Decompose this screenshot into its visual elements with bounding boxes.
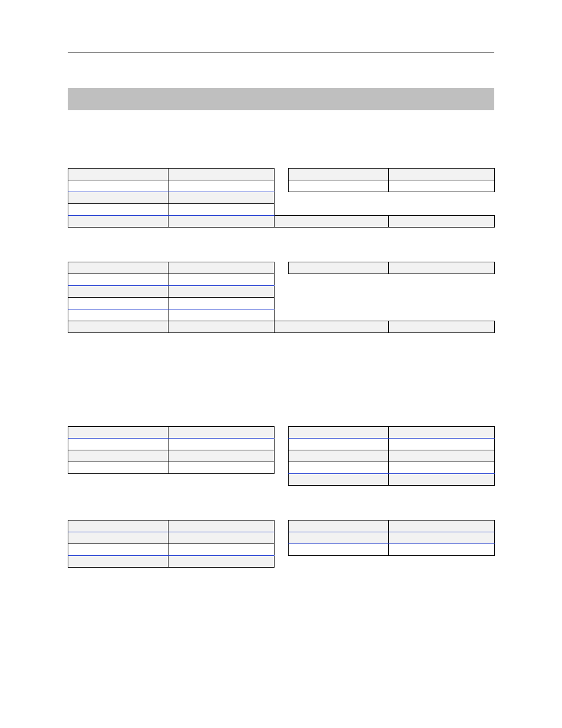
- cell: [168, 298, 275, 309]
- cell: [168, 204, 275, 216]
- cell: [289, 474, 389, 486]
- block2-left-table: [68, 262, 275, 321]
- cell: [68, 286, 168, 298]
- group-header: [68, 412, 274, 425]
- table-row: [68, 556, 275, 568]
- cell: [168, 321, 275, 333]
- cell: [389, 462, 495, 474]
- cell: [389, 169, 495, 180]
- cell: [389, 321, 495, 333]
- section-bar: [68, 88, 494, 110]
- document-page: [0, 0, 562, 603]
- cell: [389, 439, 495, 450]
- table-row: [289, 474, 495, 486]
- cell: [168, 274, 275, 286]
- table-row: [289, 462, 495, 474]
- cell: [168, 309, 275, 321]
- table-header-row: [68, 169, 275, 180]
- cell: [289, 262, 389, 274]
- table-row: [68, 532, 275, 544]
- cell: [389, 427, 495, 439]
- cell: [389, 262, 495, 274]
- cell: [68, 556, 168, 568]
- subsection-header: [68, 127, 494, 150]
- cell: [68, 169, 168, 180]
- cell: [289, 532, 389, 544]
- table-header-row: [68, 521, 275, 532]
- cell: [68, 521, 168, 532]
- block2-bottom-row: [68, 321, 495, 333]
- cell: [275, 321, 389, 333]
- block4-left-table: [68, 520, 275, 568]
- cell: [68, 216, 168, 228]
- cell: [168, 521, 275, 532]
- cell: [168, 169, 275, 180]
- table-row: [68, 544, 275, 556]
- block1-tables: [68, 168, 494, 216]
- group-header: [68, 154, 274, 167]
- block1-right-table: [288, 168, 495, 192]
- table-row: [68, 450, 275, 462]
- cell: [68, 192, 168, 204]
- cell: [68, 439, 168, 450]
- cell: [68, 544, 168, 556]
- cell: [389, 474, 495, 486]
- cell: [168, 556, 275, 568]
- cell: [389, 521, 495, 532]
- cell: [289, 439, 389, 450]
- table-row: [68, 204, 275, 216]
- table-row: [68, 216, 495, 228]
- table-header-row: [68, 427, 275, 439]
- table-header-row: [289, 262, 495, 274]
- cell: [68, 309, 168, 321]
- table-row: [68, 274, 275, 286]
- cell: [168, 262, 275, 274]
- cell: [389, 532, 495, 544]
- block2-right-table: [288, 262, 495, 274]
- cell: [289, 180, 389, 192]
- group-header: [68, 506, 274, 519]
- group-header: [68, 248, 274, 261]
- cell: [68, 450, 168, 462]
- block4-tables: [68, 520, 494, 568]
- table-row: [289, 450, 495, 462]
- cell: [389, 180, 495, 192]
- table-row: [68, 192, 275, 204]
- block3-right-table: [288, 426, 495, 486]
- cell: [389, 216, 495, 228]
- table-row: [68, 321, 495, 333]
- block1-left-table: [68, 168, 275, 216]
- cell: [289, 521, 389, 532]
- cell: [168, 544, 275, 556]
- table-header-row: [289, 169, 495, 180]
- table-header-row: [68, 262, 275, 274]
- cell: [275, 216, 389, 228]
- cell: [168, 450, 275, 462]
- table-row: [289, 532, 495, 544]
- cell: [168, 427, 275, 439]
- cell: [68, 427, 168, 439]
- cell: [289, 450, 389, 462]
- block3-tables: [68, 426, 494, 486]
- cell: [289, 462, 389, 474]
- subsection-header: [68, 385, 494, 409]
- cell: [68, 262, 168, 274]
- cell: [68, 532, 168, 544]
- table-row: [68, 180, 275, 192]
- cell: [168, 462, 275, 474]
- cell: [68, 204, 168, 216]
- table-row: [289, 439, 495, 450]
- cell: [168, 439, 275, 450]
- table-row: [68, 439, 275, 450]
- cell: [168, 180, 275, 192]
- table-header-row: [289, 427, 495, 439]
- cell: [289, 544, 389, 556]
- cell: [289, 427, 389, 439]
- block1-bottom-row: [68, 215, 495, 228]
- table-header-row: [289, 521, 495, 532]
- cell: [168, 286, 275, 298]
- table-row: [68, 286, 275, 298]
- cell: [168, 532, 275, 544]
- cell: [168, 216, 275, 228]
- header-rule: [68, 52, 494, 52]
